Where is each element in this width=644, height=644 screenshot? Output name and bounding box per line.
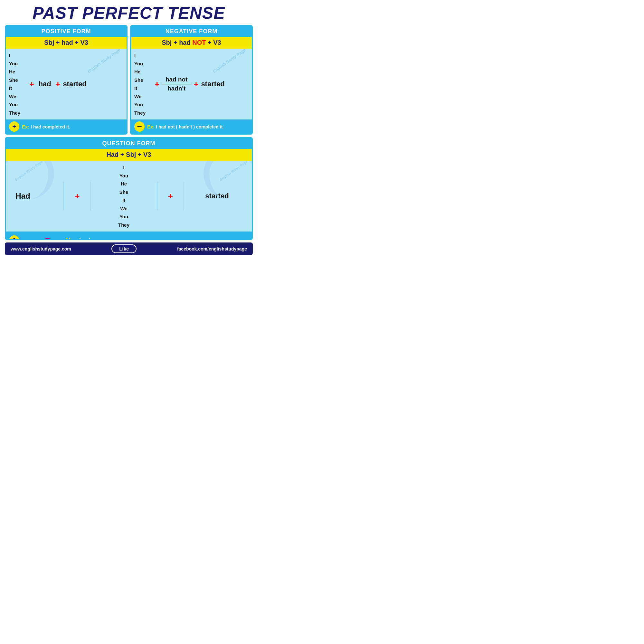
positive-circle-icon: +	[9, 121, 19, 132]
negative-ex-label: Ex:	[147, 124, 155, 129]
question-had: Had	[15, 192, 31, 201]
question-plus2-col: +	[159, 191, 183, 201]
negative-formula: Sbj + had NOT + V3	[131, 37, 252, 49]
positive-ex-sentence: I had completed it.	[31, 124, 70, 129]
question-dashes: - - →	[130, 237, 140, 240]
positive-formula: Sbj + had + V3	[6, 37, 127, 49]
positive-example-text: Ex: I had completed it.	[22, 124, 70, 129]
positive-header: POSITIVE FORM	[6, 26, 127, 37]
negative-divider	[162, 84, 191, 84]
question-started: started	[205, 192, 229, 200]
negative-started: started	[201, 80, 224, 88]
footer: www.englishstudypage.com Like facebook.c…	[5, 242, 253, 255]
question-result: Had you completed it?	[145, 238, 197, 240]
question-ex-label-wrap: Ex:	[22, 238, 29, 240]
question-had-ex: had	[79, 237, 91, 240]
question-form-box: QUESTION FORM Had + Sbj + V3 Had + IYouH…	[5, 137, 253, 240]
negative-formula-pre: Sbj + had	[162, 39, 192, 46]
question-watermark-right: English Study Page	[219, 160, 248, 182]
footer-url-right: facebook.com/englishstudypage	[177, 246, 247, 251]
question-watermark-left: English Study Page	[14, 160, 43, 182]
positive-plus2: +	[55, 79, 60, 89]
question-example-bar: ? Ex: You	[6, 232, 252, 240]
positive-pronouns: IYouHeSheItWeYouThey	[9, 51, 27, 117]
positive-started: started	[63, 80, 86, 88]
question-circle-icon: ?	[9, 235, 19, 240]
negative-example-bar: − Ex: I had not ( hadn't ) completed it.	[131, 119, 252, 134]
question-ex-words: You had	[66, 237, 90, 240]
question-you: You	[66, 237, 78, 240]
negative-form-box: NEGATIVE FORM Sbj + had NOT + V3 IYouHeS…	[130, 25, 253, 135]
question-had-col: Had	[9, 192, 62, 201]
question-plus2: +	[168, 191, 173, 201]
top-section: POSITIVE FORM Sbj + had + V3 IYouHeSheIt…	[5, 25, 253, 135]
like-button[interactable]: Like	[111, 244, 137, 253]
positive-had: had	[37, 80, 53, 88]
page: PAST PERFECT TENSE POSITIVE FORM Sbj + h…	[0, 0, 258, 258]
negative-example-text: Ex: I had not ( hadn't ) completed it.	[147, 124, 224, 129]
question-formula: Had + Sbj + V3	[6, 149, 252, 161]
question-completed: completed it.	[95, 238, 125, 240]
negative-plus2: +	[194, 79, 198, 89]
negative-pronouns: IYouHeSheItWeYouThey	[134, 51, 152, 117]
negative-had-not: had not	[166, 76, 188, 83]
positive-form-box: POSITIVE FORM Sbj + had + V3 IYouHeSheIt…	[5, 25, 128, 135]
positive-ex-label: Ex:	[22, 124, 29, 129]
positive-example-bar: + Ex: I had completed it.	[6, 119, 127, 134]
question-divider4	[184, 182, 184, 211]
negative-formula-post: + V3	[206, 39, 221, 46]
negative-header: NEGATIVE FORM	[131, 26, 252, 37]
negative-watermark: English Study Page	[212, 48, 246, 74]
question-started-col: started	[185, 192, 249, 200]
negative-content: IYouHeSheItWeYouThey + had not hadn't + …	[131, 49, 252, 119]
negative-hadnt: hadn't	[167, 85, 185, 92]
question-arrows-svg	[33, 233, 62, 240]
negative-ex-sentence: I had not ( hadn't ) completed it.	[156, 124, 224, 129]
footer-url-left: www.englishstudypage.com	[11, 246, 71, 251]
negative-formula-not: NOT	[192, 39, 206, 46]
question-content: Had + IYouHeSheItWeYouThey + started Eng…	[6, 161, 252, 232]
question-divider2	[90, 182, 91, 211]
negative-had-not-block: had not hadn't	[162, 76, 191, 92]
question-divider3	[157, 182, 157, 211]
question-ex-label: Ex:	[22, 238, 29, 240]
question-divider1	[63, 182, 64, 211]
question-pronouns-col: IYouHeSheItWeYouThey	[92, 163, 156, 229]
question-pronouns: IYouHeSheItWeYouThey	[115, 163, 133, 229]
question-plus1-col: +	[65, 191, 89, 201]
page-title: PAST PERFECT TENSE	[5, 3, 253, 23]
question-header: QUESTION FORM	[6, 138, 252, 149]
positive-watermark: English Study Page	[86, 48, 121, 74]
positive-plus1: +	[29, 79, 34, 89]
negative-circle-icon: −	[134, 121, 145, 132]
negative-plus1: +	[155, 79, 159, 89]
question-plus1: +	[75, 191, 80, 201]
positive-content: IYouHeSheItWeYouThey + had + started Eng…	[6, 49, 127, 119]
